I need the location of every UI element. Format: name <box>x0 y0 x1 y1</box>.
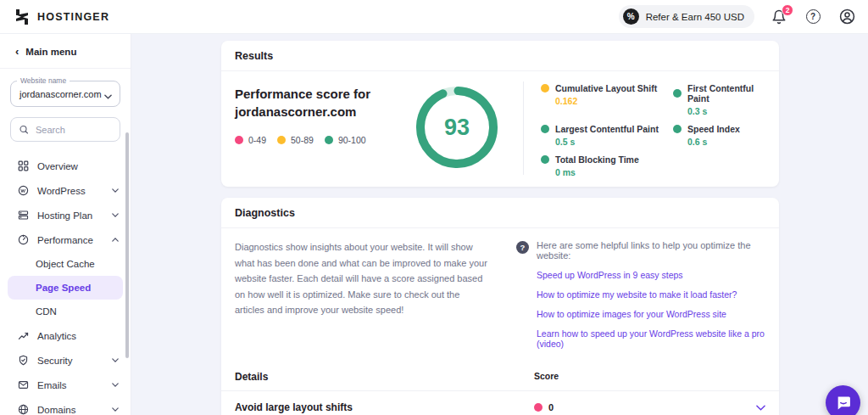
sidebar-item-performance[interactable]: Performance <box>0 227 131 252</box>
metric-dot <box>541 84 549 93</box>
link-optimize-website[interactable]: How to optimize my website to make it lo… <box>537 289 765 300</box>
globe-icon <box>18 404 29 415</box>
help-button[interactable]: ? <box>804 8 822 26</box>
metric-value: 0.162 <box>555 96 668 106</box>
link-speed-up-wordpress[interactable]: Speed up WordPress in 9 easy steps <box>537 270 765 280</box>
chevron-left-icon: ‹ <box>15 48 19 56</box>
hostinger-logo: HOSTINGER <box>14 8 109 25</box>
notification-badge: 2 <box>782 4 793 16</box>
chart-icon <box>18 330 29 341</box>
notifications-button[interactable]: 2 <box>770 8 788 26</box>
link-speed-up-video[interactable]: Learn how to speed up your WordPress web… <box>537 328 765 349</box>
website-select-value: jordanascorner.com <box>19 89 102 99</box>
metric-dot <box>673 125 682 133</box>
website-select[interactable]: Website name jordanascorner.com <box>10 81 120 107</box>
mail-icon <box>18 379 29 390</box>
score-number: 0 <box>548 402 554 412</box>
question-icon: ? <box>516 241 529 254</box>
metric-value: 0.5 s <box>555 137 668 147</box>
table-row-avoid-layout-shifts[interactable]: Avoid large layout shifts 0 <box>221 391 779 415</box>
chevron-up-icon <box>112 238 119 242</box>
legend-dot-bad <box>235 136 243 144</box>
results-divider <box>523 81 524 175</box>
legend-dot-warn <box>277 136 286 144</box>
sidebar-item-label: CDN <box>36 306 57 317</box>
refer-earn-label: Refer & Earn 450 USD <box>646 12 744 22</box>
chevron-down-icon <box>112 188 119 193</box>
shield-icon <box>18 355 29 366</box>
chevron-down-icon <box>112 407 119 412</box>
discount-icon: % <box>623 8 639 25</box>
metric-dot <box>541 155 549 164</box>
results-card-title: Results <box>221 41 779 71</box>
sidebar-item-domains[interactable]: Domains <box>0 397 131 415</box>
profile-icon <box>839 8 855 25</box>
results-card: Results Performance score for jordanasco… <box>221 41 779 187</box>
metric-value: 0.6 s <box>687 137 765 147</box>
metric-dot <box>673 89 682 98</box>
search-input[interactable] <box>36 125 112 135</box>
sidebar-item-label: Emails <box>37 380 67 390</box>
sidebar-scrollbar[interactable] <box>125 132 129 358</box>
sidebar-item-cdn[interactable]: CDN <box>0 300 131 323</box>
legend-item-warn: 50-89 <box>277 135 314 145</box>
chevron-down-icon <box>112 383 119 387</box>
diagnostics-card-title: Diagnostics <box>221 198 779 228</box>
sidebar-item-label: Page Speed <box>36 283 91 293</box>
score-dot <box>534 403 542 412</box>
legend-dot-good <box>325 136 333 144</box>
diagnostics-card: Diagnostics Diagnostics show insights ab… <box>221 198 779 415</box>
column-header-score: Score <box>534 371 559 383</box>
metrics-grid: Cumulative Layout Shift 0.162 First Cont… <box>529 80 765 175</box>
sidebar-item-overview[interactable]: Overview <box>0 154 131 178</box>
sidebar-item-label: Security <box>37 356 73 366</box>
sidebar: ‹ Main menu Website name jordanascorner.… <box>0 34 131 415</box>
brand-name: HOSTINGER <box>37 11 109 23</box>
diagnostics-table-header: Details Score <box>221 363 779 391</box>
diagnostics-description: Diagnostics show insights about your web… <box>235 239 491 349</box>
performance-score-title: Performance score for jordanascorner.com… <box>235 80 394 175</box>
metric-cumulative-layout-shift: Cumulative Layout Shift 0.162 <box>541 83 668 121</box>
sidebar-item-analytics[interactable]: Analytics <box>0 323 131 348</box>
sidebar-item-page-speed[interactable]: Page Speed <box>8 276 123 300</box>
wordpress-icon <box>18 185 29 196</box>
main-menu-back-link[interactable]: ‹ Main menu <box>0 34 131 69</box>
grid-icon <box>18 160 29 171</box>
sidebar-item-label: WordPress <box>37 186 86 196</box>
links-intro: Here are some helpful links to help you … <box>537 240 765 261</box>
sidebar-item-label: Analytics <box>37 331 76 341</box>
profile-button[interactable] <box>837 8 856 26</box>
performance-title-line1: Performance score for <box>235 87 370 101</box>
chevron-down-icon <box>104 91 112 101</box>
sidebar-item-emails[interactable]: Emails <box>0 373 131 397</box>
metric-first-contentful-paint: First Contentful Paint 0.3 s <box>673 83 765 121</box>
metric-speed-index: Speed Index 0.6 s <box>673 124 765 152</box>
chat-launcher-button[interactable] <box>826 385 860 415</box>
chevron-down-icon <box>112 213 119 217</box>
search-icon <box>19 124 29 135</box>
search-box[interactable] <box>10 117 120 142</box>
link-optimize-images[interactable]: How to optimize images for your WordPres… <box>537 309 765 319</box>
hostinger-logo-icon <box>14 8 31 25</box>
metric-value: 0.3 s <box>687 106 765 116</box>
chevron-down-icon[interactable] <box>756 405 765 411</box>
column-header-details: Details <box>235 371 534 383</box>
sidebar-item-object-cache[interactable]: Object Cache <box>0 252 131 276</box>
sidebar-item-label: Overview <box>37 161 78 171</box>
legend-item-bad: 0-49 <box>235 135 266 145</box>
server-icon <box>18 210 29 221</box>
sidebar-item-wordpress[interactable]: WordPress <box>0 178 131 203</box>
sidebar-item-label: Hosting Plan <box>37 210 92 221</box>
sidebar-item-security[interactable]: Security <box>0 348 131 373</box>
website-select-label: Website name <box>17 76 70 85</box>
sidebar-item-label: Domains <box>37 405 75 415</box>
sidebar-nav: Overview WordPress Hosting Plan <box>0 152 131 415</box>
help-icon: ? <box>806 9 821 24</box>
score-value: 93 <box>415 85 499 170</box>
metric-dot <box>541 125 549 133</box>
main-content: Results Performance score for jordanasco… <box>131 34 868 415</box>
main-menu-label: Main menu <box>25 47 76 57</box>
sidebar-item-hosting-plan[interactable]: Hosting Plan <box>0 203 131 227</box>
metric-largest-contentful-paint: Largest Contentful Paint 0.5 s <box>541 124 668 152</box>
refer-earn-button[interactable]: % Refer & Earn 450 USD <box>619 5 754 28</box>
